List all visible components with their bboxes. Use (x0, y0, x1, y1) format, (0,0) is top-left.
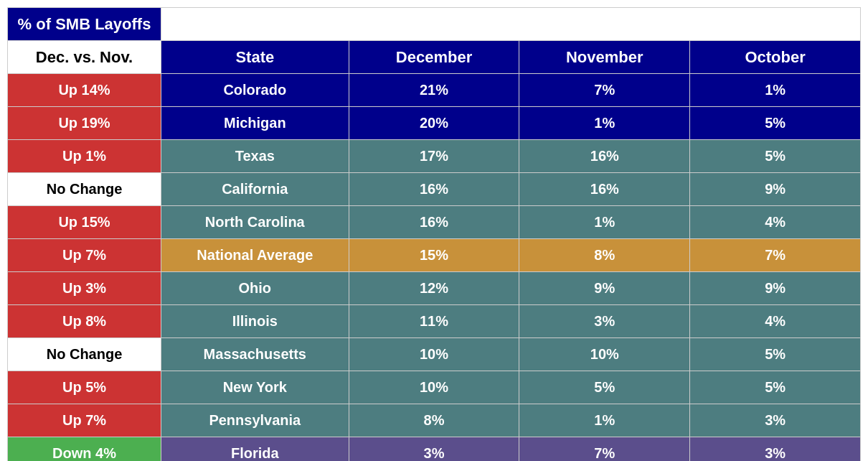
table-row: Up 3%Ohio12%9%9% (8, 272, 861, 305)
table-row: No ChangeMassachusetts10%10%5% (8, 338, 861, 371)
cell-change: Up 19% (8, 107, 161, 140)
cell-state: Michigan (161, 107, 349, 140)
cell-november: 1% (519, 107, 690, 140)
column-header-row: Dec. vs. Nov. State December November Oc… (8, 41, 861, 74)
cell-november: 1% (519, 206, 690, 239)
cell-change: Up 5% (8, 371, 161, 404)
col-header-state: State (161, 41, 349, 74)
table-title: % of SMB Layoffs (8, 8, 161, 41)
cell-november: 16% (519, 140, 690, 173)
cell-state: Ohio (161, 272, 349, 305)
table-row: Up 19%Michigan20%1%5% (8, 107, 861, 140)
cell-october: 3% (690, 437, 861, 462)
cell-change: No Change (8, 338, 161, 371)
cell-november: 10% (519, 338, 690, 371)
cell-october: 9% (690, 173, 861, 206)
cell-state: Pennsylvania (161, 404, 349, 437)
table-row: No ChangeCalifornia16%16%9% (8, 173, 861, 206)
smb-layoffs-table: % of SMB Layoffs Dec. vs. Nov. State Dec… (7, 7, 861, 461)
cell-december: 12% (349, 272, 519, 305)
cell-november: 5% (519, 371, 690, 404)
table-row: Up 15%North Carolina16%1%4% (8, 206, 861, 239)
title-row: % of SMB Layoffs (8, 8, 861, 41)
table-row: Up 1%Texas17%16%5% (8, 140, 861, 173)
cell-november: 8% (519, 239, 690, 272)
cell-state: Texas (161, 140, 349, 173)
cell-change: No Change (8, 173, 161, 206)
table-wrapper: % of SMB Layoffs Dec. vs. Nov. State Dec… (0, 0, 868, 461)
cell-october: 9% (690, 272, 861, 305)
cell-october: 5% (690, 371, 861, 404)
cell-december: 8% (349, 404, 519, 437)
cell-change: Up 8% (8, 305, 161, 338)
cell-change: Up 15% (8, 206, 161, 239)
table-body: Up 14%Colorado21%7%1%Up 19%Michigan20%1%… (8, 74, 861, 462)
cell-december: 20% (349, 107, 519, 140)
cell-december: 10% (349, 371, 519, 404)
cell-state: Colorado (161, 74, 349, 107)
cell-change: Down 4% (8, 437, 161, 462)
cell-state: Illinois (161, 305, 349, 338)
table-row: Up 7%Pennsylvania8%1%3% (8, 404, 861, 437)
cell-november: 3% (519, 305, 690, 338)
cell-october: 5% (690, 338, 861, 371)
cell-state: California (161, 173, 349, 206)
cell-october: 4% (690, 206, 861, 239)
cell-change: Up 14% (8, 74, 161, 107)
cell-december: 3% (349, 437, 519, 462)
cell-october: 5% (690, 140, 861, 173)
cell-october: 3% (690, 404, 861, 437)
col-header-oct: October (690, 41, 861, 74)
cell-november: 16% (519, 173, 690, 206)
cell-december: 10% (349, 338, 519, 371)
table-row: Down 4%Florida3%7%3% (8, 437, 861, 462)
cell-november: 7% (519, 74, 690, 107)
cell-change: Up 3% (8, 272, 161, 305)
cell-december: 11% (349, 305, 519, 338)
table-row: Up 8%Illinois11%3%4% (8, 305, 861, 338)
cell-october: 4% (690, 305, 861, 338)
table-row: Up 5%New York10%5%5% (8, 371, 861, 404)
table-row: Up 7%National Average15%8%7% (8, 239, 861, 272)
cell-november: 1% (519, 404, 690, 437)
cell-state: New York (161, 371, 349, 404)
cell-november: 9% (519, 272, 690, 305)
cell-state: National Average (161, 239, 349, 272)
cell-december: 15% (349, 239, 519, 272)
cell-december: 21% (349, 74, 519, 107)
cell-october: 5% (690, 107, 861, 140)
cell-december: 16% (349, 173, 519, 206)
cell-december: 17% (349, 140, 519, 173)
col-header-change: Dec. vs. Nov. (8, 41, 161, 74)
cell-november: 7% (519, 437, 690, 462)
cell-december: 16% (349, 206, 519, 239)
cell-change: Up 1% (8, 140, 161, 173)
cell-state: Florida (161, 437, 349, 462)
col-header-nov: November (519, 41, 690, 74)
cell-october: 7% (690, 239, 861, 272)
cell-change: Up 7% (8, 239, 161, 272)
table-row: Up 14%Colorado21%7%1% (8, 74, 861, 107)
cell-change: Up 7% (8, 404, 161, 437)
cell-state: Massachusetts (161, 338, 349, 371)
cell-october: 1% (690, 74, 861, 107)
col-header-dec: December (349, 41, 519, 74)
title-empty (161, 8, 861, 41)
cell-state: North Carolina (161, 206, 349, 239)
